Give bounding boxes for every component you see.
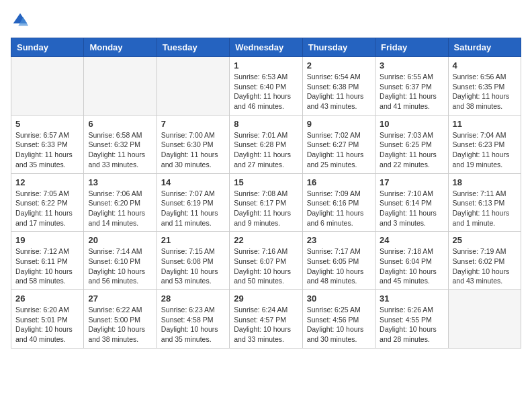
day-number: 22	[234, 235, 298, 245]
calendar-week-row: 5Sunrise: 6:57 AM Sunset: 6:33 PM Daylig…	[11, 115, 521, 173]
day-number: 11	[453, 119, 517, 129]
day-info: Sunrise: 6:55 AM Sunset: 6:37 PM Dayligh…	[380, 72, 443, 111]
calendar-cell	[11, 57, 84, 116]
calendar-cell: 15Sunrise: 7:08 AM Sunset: 6:17 PM Dayli…	[230, 173, 302, 232]
day-info: Sunrise: 6:23 AM Sunset: 4:58 PM Dayligh…	[161, 305, 225, 345]
day-info: Sunrise: 6:57 AM Sunset: 6:33 PM Dayligh…	[15, 130, 79, 170]
calendar-cell: 21Sunrise: 7:15 AM Sunset: 6:08 PM Dayli…	[157, 232, 229, 290]
day-number: 10	[380, 119, 443, 129]
day-info: Sunrise: 6:26 AM Sunset: 4:55 PM Dayligh…	[380, 305, 443, 345]
day-number: 20	[88, 235, 152, 245]
calendar-cell: 14Sunrise: 7:07 AM Sunset: 6:19 PM Dayli…	[157, 173, 229, 232]
calendar-cell: 13Sunrise: 7:06 AM Sunset: 6:20 PM Dayli…	[84, 173, 157, 232]
day-number: 17	[380, 177, 443, 187]
day-number: 7	[161, 119, 225, 129]
calendar-week-row: 19Sunrise: 7:12 AM Sunset: 6:11 PM Dayli…	[11, 232, 521, 290]
day-info: Sunrise: 7:15 AM Sunset: 6:08 PM Dayligh…	[161, 246, 225, 286]
day-number: 26	[15, 293, 79, 304]
calendar-week-row: 12Sunrise: 7:05 AM Sunset: 6:22 PM Dayli…	[11, 173, 521, 232]
day-number: 3	[380, 60, 443, 71]
day-number: 2	[307, 60, 371, 71]
day-info: Sunrise: 7:05 AM Sunset: 6:22 PM Dayligh…	[15, 189, 79, 228]
day-number: 9	[307, 119, 371, 129]
calendar-cell	[448, 290, 521, 349]
logo	[11, 11, 32, 30]
calendar-cell: 30Sunrise: 6:25 AM Sunset: 4:56 PM Dayli…	[302, 290, 375, 349]
calendar-cell: 28Sunrise: 6:23 AM Sunset: 4:58 PM Dayli…	[157, 290, 229, 349]
calendar-cell: 3Sunrise: 6:55 AM Sunset: 6:37 PM Daylig…	[375, 57, 448, 116]
calendar-cell: 25Sunrise: 7:19 AM Sunset: 6:02 PM Dayli…	[448, 232, 521, 290]
weekday-header: Sunday	[11, 38, 84, 57]
day-number: 13	[88, 177, 152, 187]
day-info: Sunrise: 6:24 AM Sunset: 4:57 PM Dayligh…	[234, 305, 298, 345]
day-info: Sunrise: 6:20 AM Sunset: 5:01 PM Dayligh…	[15, 305, 79, 345]
calendar-cell	[84, 57, 157, 116]
calendar-cell: 7Sunrise: 7:00 AM Sunset: 6:30 PM Daylig…	[157, 115, 229, 173]
day-info: Sunrise: 7:00 AM Sunset: 6:30 PM Dayligh…	[161, 130, 225, 170]
calendar-cell: 2Sunrise: 6:54 AM Sunset: 6:38 PM Daylig…	[302, 57, 375, 116]
calendar-cell: 5Sunrise: 6:57 AM Sunset: 6:33 PM Daylig…	[11, 115, 84, 173]
calendar-cell: 1Sunrise: 6:53 AM Sunset: 6:40 PM Daylig…	[230, 57, 302, 116]
weekday-header: Monday	[84, 38, 157, 57]
day-number: 29	[234, 293, 298, 304]
day-number: 5	[15, 119, 79, 129]
calendar-cell: 17Sunrise: 7:10 AM Sunset: 6:14 PM Dayli…	[375, 173, 448, 232]
day-info: Sunrise: 7:09 AM Sunset: 6:16 PM Dayligh…	[307, 189, 371, 228]
calendar-cell: 16Sunrise: 7:09 AM Sunset: 6:16 PM Dayli…	[302, 173, 375, 232]
calendar-cell: 31Sunrise: 6:26 AM Sunset: 4:55 PM Dayli…	[375, 290, 448, 349]
day-number: 1	[234, 60, 298, 71]
day-number: 15	[234, 177, 298, 187]
calendar-cell: 9Sunrise: 7:02 AM Sunset: 6:27 PM Daylig…	[302, 115, 375, 173]
day-number: 8	[234, 119, 298, 129]
day-info: Sunrise: 7:18 AM Sunset: 6:04 PM Dayligh…	[380, 246, 443, 286]
calendar-cell: 8Sunrise: 7:01 AM Sunset: 6:28 PM Daylig…	[230, 115, 302, 173]
day-info: Sunrise: 6:53 AM Sunset: 6:40 PM Dayligh…	[234, 72, 298, 111]
calendar-table: SundayMondayTuesdayWednesdayThursdayFrid…	[11, 38, 521, 349]
day-info: Sunrise: 7:03 AM Sunset: 6:25 PM Dayligh…	[380, 130, 443, 170]
weekday-header: Thursday	[302, 38, 375, 57]
calendar-cell: 11Sunrise: 7:04 AM Sunset: 6:23 PM Dayli…	[448, 115, 521, 173]
calendar-cell: 23Sunrise: 7:17 AM Sunset: 6:05 PM Dayli…	[302, 232, 375, 290]
day-info: Sunrise: 7:14 AM Sunset: 6:10 PM Dayligh…	[88, 246, 152, 286]
calendar-week-row: 26Sunrise: 6:20 AM Sunset: 5:01 PM Dayli…	[11, 290, 521, 349]
calendar-cell: 20Sunrise: 7:14 AM Sunset: 6:10 PM Dayli…	[84, 232, 157, 290]
day-number: 14	[161, 177, 225, 187]
day-info: Sunrise: 6:58 AM Sunset: 6:32 PM Dayligh…	[88, 130, 152, 170]
day-info: Sunrise: 6:25 AM Sunset: 4:56 PM Dayligh…	[307, 305, 371, 345]
day-info: Sunrise: 6:54 AM Sunset: 6:38 PM Dayligh…	[307, 72, 371, 111]
day-number: 12	[15, 177, 79, 187]
weekday-header: Wednesday	[230, 38, 302, 57]
calendar-cell: 12Sunrise: 7:05 AM Sunset: 6:22 PM Dayli…	[11, 173, 84, 232]
day-number: 6	[88, 119, 152, 129]
calendar-cell: 26Sunrise: 6:20 AM Sunset: 5:01 PM Dayli…	[11, 290, 84, 349]
day-number: 25	[453, 235, 517, 245]
calendar-week-row: 1Sunrise: 6:53 AM Sunset: 6:40 PM Daylig…	[11, 57, 521, 116]
day-info: Sunrise: 7:06 AM Sunset: 6:20 PM Dayligh…	[88, 189, 152, 228]
day-info: Sunrise: 7:16 AM Sunset: 6:07 PM Dayligh…	[234, 246, 298, 286]
calendar-cell: 24Sunrise: 7:18 AM Sunset: 6:04 PM Dayli…	[375, 232, 448, 290]
day-number: 23	[307, 235, 371, 245]
day-info: Sunrise: 7:02 AM Sunset: 6:27 PM Dayligh…	[307, 130, 371, 170]
weekday-header: Saturday	[448, 38, 521, 57]
day-info: Sunrise: 7:01 AM Sunset: 6:28 PM Dayligh…	[234, 130, 298, 170]
day-info: Sunrise: 7:07 AM Sunset: 6:19 PM Dayligh…	[161, 189, 225, 228]
day-number: 27	[88, 293, 152, 304]
weekday-header: Friday	[375, 38, 448, 57]
day-number: 18	[453, 177, 517, 187]
day-number: 4	[453, 60, 517, 71]
calendar-cell: 27Sunrise: 6:22 AM Sunset: 5:00 PM Dayli…	[84, 290, 157, 349]
day-info: Sunrise: 7:19 AM Sunset: 6:02 PM Dayligh…	[453, 246, 517, 286]
day-info: Sunrise: 7:17 AM Sunset: 6:05 PM Dayligh…	[307, 246, 371, 286]
day-number: 16	[307, 177, 371, 187]
day-number: 19	[15, 235, 79, 245]
day-info: Sunrise: 7:11 AM Sunset: 6:13 PM Dayligh…	[453, 189, 517, 228]
weekday-header: Tuesday	[157, 38, 229, 57]
calendar-cell	[157, 57, 229, 116]
day-info: Sunrise: 7:04 AM Sunset: 6:23 PM Dayligh…	[453, 130, 517, 170]
calendar-cell: 29Sunrise: 6:24 AM Sunset: 4:57 PM Dayli…	[230, 290, 302, 349]
day-info: Sunrise: 7:10 AM Sunset: 6:14 PM Dayligh…	[380, 189, 443, 228]
calendar-cell: 6Sunrise: 6:58 AM Sunset: 6:32 PM Daylig…	[84, 115, 157, 173]
calendar-cell: 18Sunrise: 7:11 AM Sunset: 6:13 PM Dayli…	[448, 173, 521, 232]
weekday-header-row: SundayMondayTuesdayWednesdayThursdayFrid…	[11, 38, 521, 57]
day-number: 31	[380, 293, 443, 304]
